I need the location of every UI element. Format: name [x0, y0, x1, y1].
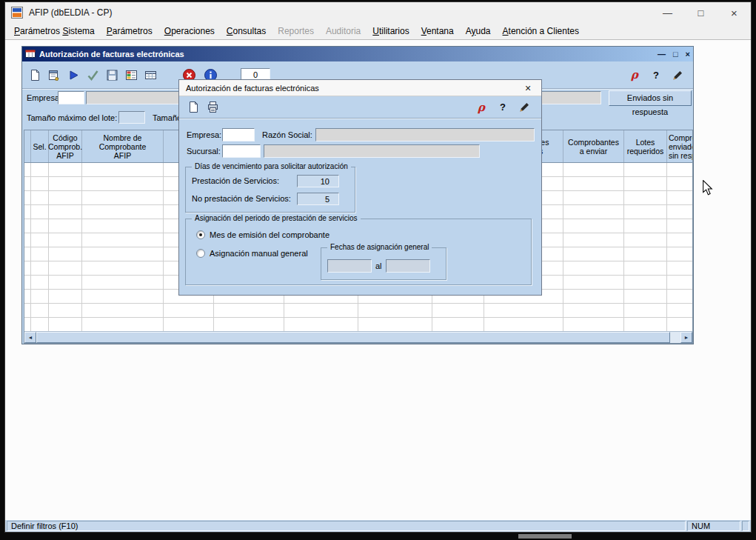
radio-asignacion-manual-circle[interactable]: [196, 249, 205, 258]
scroll-left-button[interactable]: ◄: [24, 332, 36, 343]
statusbar-num-indicator: NUM: [687, 521, 740, 531]
dialog-titlebar[interactable]: Autorización de facturas electrónicas ×: [179, 80, 541, 96]
menu-operaciones[interactable]: Operaciones: [158, 24, 221, 39]
child-maximize-button[interactable]: □: [673, 50, 678, 59]
grid-cell: [624, 290, 667, 303]
dialog-empresa-input[interactable]: [222, 128, 255, 141]
grid-cell: [667, 290, 692, 303]
grid-cell: [667, 205, 692, 219]
grid-row[interactable]: [24, 304, 692, 318]
grid-cell: [24, 247, 31, 261]
grid-cell: [624, 219, 667, 233]
no-prestacion-label: No prestación de Servicios:: [192, 194, 297, 203]
new-document-icon[interactable]: [184, 99, 203, 116]
grid-cell: [563, 261, 624, 275]
minimize-button[interactable]: —: [651, 2, 684, 23]
grid-cell: [31, 276, 49, 289]
maximize-button[interactable]: □: [684, 2, 717, 23]
filter-icon[interactable]: ρ: [472, 99, 491, 116]
scrollbar-thumb[interactable]: [36, 332, 670, 343]
grid-cell: [358, 318, 432, 331]
new-document-icon[interactable]: [25, 66, 44, 84]
scrollbar-track[interactable]: [36, 332, 680, 343]
grid-cell: [24, 233, 31, 247]
grid-cell: [49, 219, 82, 233]
grid-cell: [563, 290, 624, 303]
statusbar-message: Definir filtros (F10): [7, 521, 686, 531]
grid-cell: [667, 163, 692, 176]
grid-cell: [31, 233, 49, 247]
run-icon[interactable]: [64, 66, 83, 84]
grid-cell: [49, 290, 82, 303]
grid-cell: [31, 205, 49, 219]
tamano-lote-input[interactable]: [118, 111, 145, 124]
menu-consultas[interactable]: Consultas: [221, 24, 272, 39]
grid-row[interactable]: [24, 318, 692, 332]
no-prestacion-dias-input[interactable]: 5: [297, 193, 339, 205]
autorizacion-dialog: Autorización de facturas electrónicas × …: [178, 79, 542, 296]
menu-par-metros-sistema[interactable]: Parámetros Sistema: [8, 24, 101, 39]
sucursal-input[interactable]: [222, 144, 261, 158]
vencimiento-groupbox: Días de vencimiento para solicitar autor…: [185, 167, 355, 213]
fecha-desde-input[interactable]: [327, 259, 372, 273]
menu-ayuda[interactable]: Ayuda: [460, 24, 497, 39]
menu-ventana[interactable]: Ventana: [415, 24, 460, 39]
print-icon[interactable]: [203, 99, 222, 116]
radio-asignacion-manual[interactable]: Asignación manual general: [196, 248, 308, 259]
grid-cell: [624, 233, 667, 247]
grid-cell: [31, 163, 49, 176]
close-button[interactable]: ×: [717, 2, 751, 23]
grid-cell: [214, 304, 284, 317]
main-titlebar: AFIP (dbELDIA - CP) — □ ×: [5, 2, 751, 23]
enviados-sin-respuesta-button[interactable]: Enviados sin respuesta: [609, 90, 692, 106]
grid-column-header: [24, 130, 31, 162]
menu-atenci-n-a-clientes[interactable]: Atención a Clientes: [497, 24, 585, 39]
empresa-input[interactable]: [58, 91, 84, 104]
dialog-toolbar-right: ρ?: [472, 99, 534, 116]
help-icon[interactable]: ?: [493, 99, 512, 116]
radio-mes-emision-circle[interactable]: [196, 230, 205, 239]
export-grid-icon[interactable]: [141, 66, 160, 84]
table-window-icon: [25, 49, 36, 60]
help-icon[interactable]: ?: [646, 66, 666, 84]
filter-icon[interactable]: ρ: [625, 66, 644, 84]
grid-cell: [624, 177, 667, 190]
grid-cell: [24, 163, 31, 176]
menu-par-metros[interactable]: Parámetros: [101, 24, 158, 39]
child-minimize-button[interactable]: —: [658, 50, 666, 59]
grid-cell: [82, 304, 164, 317]
grid-cell: [49, 163, 82, 176]
grid-cell: [24, 304, 31, 317]
grid-cell: [31, 304, 49, 317]
grid-cell: [24, 318, 31, 331]
signature-icon[interactable]: [668, 66, 687, 84]
confirm-icon[interactable]: [83, 66, 102, 84]
grid-cell: [432, 318, 484, 331]
dialog-close-button[interactable]: ×: [521, 82, 535, 94]
grid-horizontal-scrollbar[interactable]: ◄ ►: [24, 331, 692, 343]
grid-cell: [24, 191, 31, 204]
child-close-button[interactable]: ×: [686, 50, 690, 59]
grid-cell: [667, 318, 692, 331]
scroll-right-button[interactable]: ►: [680, 332, 692, 343]
signature-icon[interactable]: [515, 99, 534, 116]
grid-column-header: Lotesrequeridos: [624, 130, 667, 162]
properties-icon[interactable]: [44, 66, 64, 84]
prestacion-dias-input[interactable]: 10: [297, 175, 339, 187]
save-icon[interactable]: [102, 66, 121, 84]
fecha-hasta-input[interactable]: [386, 259, 430, 273]
asignacion-groupbox: Asignación del periodo de prestación de …: [185, 219, 532, 285]
grid-cell: [24, 276, 31, 289]
grid-column-header: Comprobantesenviadossin respuesta: [667, 130, 692, 162]
grid-cell: [82, 290, 164, 303]
grid-cell: [624, 261, 667, 275]
lots-icon[interactable]: [121, 66, 141, 84]
sucursal-label: Sucursal:: [187, 147, 222, 156]
radio-mes-emision[interactable]: Mes de emisión del comprobante: [196, 230, 330, 240]
grid-cell: [667, 233, 692, 247]
child-titlebar[interactable]: Autorización de facturas electrónicas — …: [22, 47, 693, 61]
fechas-group-title: Fechas de asignación general: [327, 243, 432, 251]
grid-cell: [214, 318, 284, 331]
menu-utilitarios[interactable]: Utilitarios: [367, 24, 415, 39]
grid-cell: [563, 191, 624, 204]
